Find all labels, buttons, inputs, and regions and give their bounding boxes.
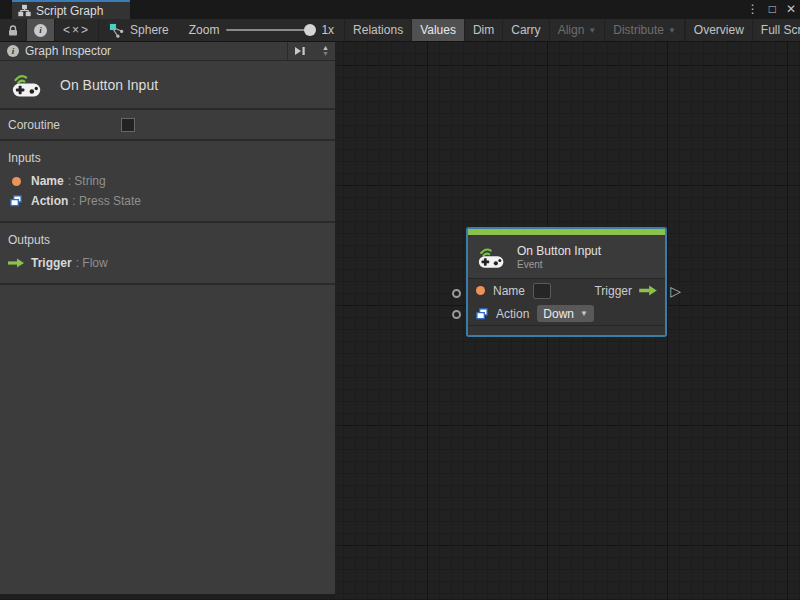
empty-port-connector[interactable]: [452, 310, 461, 319]
action-dropdown-value: Down: [543, 307, 574, 321]
button-label: Align: [558, 23, 585, 37]
tab-label: Script Graph: [36, 4, 103, 18]
chevron-down-icon: ▼: [580, 309, 588, 318]
zoom-label: Zoom: [189, 23, 220, 37]
window-maximize-icon[interactable]: □: [769, 0, 776, 19]
button-label: Full Screen: [761, 23, 800, 37]
button-label: Carry: [511, 23, 540, 37]
inspector-empty-area: [0, 285, 335, 594]
main-area: i Graph Inspector ▲ ▼: [0, 42, 800, 599]
button-label: Overview: [694, 23, 744, 37]
dock-panel-button[interactable]: [287, 42, 312, 60]
window-titlebar: Script Graph ⋮ □ ✕: [0, 0, 800, 19]
lock-button[interactable]: [0, 19, 27, 41]
enum-port-icon[interactable]: [476, 308, 488, 320]
toolbar-button-carry[interactable]: Carry: [503, 19, 549, 41]
inputs-section: Inputs Name : String Action : Press Stat…: [0, 141, 335, 223]
toolbar-button-distribute[interactable]: Distribute ▼: [605, 19, 685, 41]
list-item: Action : Press State: [0, 191, 335, 211]
window-controls: ⋮ □ ✕: [747, 0, 796, 19]
button-label: Distribute: [613, 23, 664, 37]
graph-canvas[interactable]: On Button Input Event Name Trigger: [335, 42, 800, 599]
window-menu-icon[interactable]: ⋮: [747, 0, 759, 19]
toolbar-button-align[interactable]: Align ▼: [550, 19, 606, 41]
flow-arrow-icon: [8, 258, 24, 268]
node-row-action: Action Down ▼: [468, 302, 665, 325]
node-subtitle: Event: [517, 259, 601, 270]
dock-icon: [294, 46, 306, 56]
node-footer: [468, 325, 665, 335]
outputs-section: Outputs Trigger : Flow: [0, 223, 335, 285]
port-type: : Press State: [72, 194, 141, 208]
graph-inspector-panel: i Graph Inspector ▲ ▼: [0, 42, 335, 599]
port-name: Name: [31, 174, 64, 188]
toolbar-button-dim[interactable]: Dim: [465, 19, 503, 41]
action-dropdown[interactable]: Down ▼: [537, 305, 594, 322]
inspector-title: Graph Inspector: [25, 44, 111, 58]
name-port-field[interactable]: [533, 283, 551, 299]
string-port-icon: [8, 177, 24, 186]
button-label: Relations: [353, 23, 403, 37]
inspector-header: i Graph Inspector ▲ ▼: [0, 42, 335, 61]
panel-resize-strip[interactable]: [0, 594, 335, 599]
outputs-title: Outputs: [0, 231, 335, 253]
graph-node-icon: [109, 23, 124, 38]
port-type: : Flow: [76, 256, 108, 270]
list-item: Trigger : Flow: [0, 253, 335, 273]
empty-port-connector[interactable]: [452, 289, 461, 298]
zoom-value: 1x: [321, 23, 334, 37]
window-close-icon[interactable]: ✕: [786, 0, 796, 19]
port-name: Action: [31, 194, 68, 208]
port-type: : String: [68, 174, 106, 188]
code-icon: <×>: [63, 23, 90, 37]
name-port-label: Name: [493, 284, 525, 298]
graph-hierarchy-icon: [18, 4, 31, 17]
action-port-label: Action: [496, 307, 529, 321]
info-icon: i: [7, 45, 19, 57]
zoom-slider-handle[interactable]: [304, 24, 316, 36]
coroutine-label: Coroutine: [8, 118, 60, 132]
output-flow-triangle-icon[interactable]: ▷: [670, 284, 681, 298]
node-on-button-input[interactable]: On Button Input Event Name Trigger: [468, 229, 665, 335]
toolbar-button-fullscreen[interactable]: Full Screen: [753, 19, 800, 41]
toolbar-button-values[interactable]: Values: [412, 19, 465, 41]
toolbar-button-overview[interactable]: Overview: [685, 19, 753, 41]
chevron-down-icon: ▼: [588, 26, 596, 35]
zoom-control: Zoom 1x: [179, 19, 344, 41]
button-label: Dim: [473, 23, 494, 37]
node-header[interactable]: On Button Input Event: [468, 235, 665, 279]
panel-spinner[interactable]: ▲ ▼: [318, 45, 335, 57]
coroutine-checkbox[interactable]: [121, 118, 135, 132]
unit-title: On Button Input: [60, 77, 158, 93]
flow-arrow-icon[interactable]: [639, 285, 657, 296]
gamepad-icon: [478, 245, 505, 269]
node-title: On Button Input: [517, 244, 601, 258]
enum-port-icon: [8, 195, 24, 207]
string-port-icon[interactable]: [476, 286, 485, 295]
button-label: Values: [420, 23, 456, 37]
graph-toolbar: i <×> Sphere Zoom 1x Relations Values Di…: [0, 19, 800, 42]
info-icon: i: [34, 24, 47, 37]
lock-icon: [7, 24, 19, 37]
inspected-unit-header: On Button Input: [0, 61, 335, 110]
gamepad-icon: [12, 71, 42, 98]
tab-script-graph[interactable]: Script Graph: [12, 0, 130, 19]
coroutine-row: Coroutine: [0, 110, 335, 141]
graph-owner-item[interactable]: Sphere: [99, 19, 179, 41]
inputs-title: Inputs: [0, 149, 335, 171]
toolbar-button-relations[interactable]: Relations: [344, 19, 412, 41]
graph-owner-label: Sphere: [130, 23, 169, 37]
inspector-toggle-button[interactable]: i: [27, 19, 55, 41]
zoom-slider[interactable]: [226, 29, 314, 31]
list-item: Name : String: [0, 171, 335, 191]
trigger-port-label: Trigger: [594, 284, 632, 298]
spinner-down-icon[interactable]: ▼: [322, 51, 329, 57]
edit-source-button[interactable]: <×>: [55, 19, 99, 41]
node-row-name: Name Trigger: [468, 279, 665, 302]
port-name: Trigger: [31, 256, 72, 270]
chevron-down-icon: ▼: [668, 26, 676, 35]
